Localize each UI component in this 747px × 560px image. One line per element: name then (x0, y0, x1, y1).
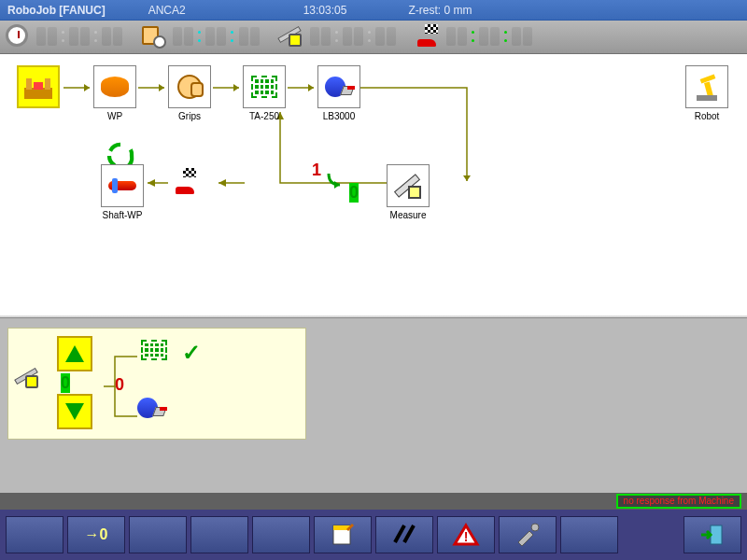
ruler-mini-icon (16, 366, 38, 388)
machine-alert-text: no response from Machine (624, 496, 734, 507)
svg-marker-2 (233, 84, 239, 91)
z-rest-value: Z-rest: 0 mm (408, 4, 472, 17)
ruler-icon (279, 24, 305, 50)
toolbar-zero-button[interactable]: →0 (67, 516, 125, 553)
node-robot-label: Robot (679, 111, 735, 121)
app-name: RoboJob [FANUC] (7, 4, 106, 17)
svg-text:!: ! (464, 529, 469, 544)
stopwatch-icon (6, 24, 32, 50)
lathe-icon (325, 75, 353, 99)
svg-marker-0 (84, 84, 90, 91)
node-wp[interactable]: WP (93, 65, 136, 108)
node-shaft-label: Shaft-WP (94, 210, 150, 220)
svg-line-16 (404, 525, 414, 542)
node-measure[interactable]: Measure (387, 164, 430, 207)
toolbar-empty-3[interactable] (190, 516, 248, 553)
elapsed-display (35, 27, 123, 48)
node-start[interactable] (17, 65, 60, 108)
stripes-icon (389, 522, 419, 548)
svg-marker-12 (334, 181, 340, 189)
machine-alert[interactable]: no response from Machine (616, 494, 741, 509)
toolbar-tools-button[interactable] (499, 516, 557, 553)
shaft-icon (108, 181, 136, 190)
svg-rect-9 (26, 78, 32, 90)
start-scene-icon (22, 73, 54, 101)
status-jobtimer (142, 24, 260, 50)
node-shaft-wp[interactable]: Shaft-WP (101, 164, 144, 207)
toolbar-exit-button[interactable] (684, 516, 741, 553)
toolbar-notes-button[interactable] (314, 516, 372, 553)
node-lb3000-label: LB3000 (311, 111, 367, 121)
status-race (416, 24, 533, 50)
zero-label: →0 (85, 526, 108, 543)
arrow-up-icon (65, 345, 84, 362)
toolbar-stripes-button[interactable] (375, 516, 433, 553)
toolbar-empty-4[interactable] (252, 516, 310, 553)
check-ok-icon: ✓ (182, 340, 201, 366)
move-down-button[interactable] (57, 394, 92, 429)
svg-marker-3 (308, 84, 314, 91)
status-measure (279, 24, 397, 50)
arrow-down-icon (65, 403, 84, 420)
station-name: ANCA2 (148, 4, 186, 17)
node-ta250[interactable]: TA-250 (243, 65, 286, 108)
bottom-toolbar: →0 ! (0, 510, 747, 560)
toolbar-empty-2[interactable] (129, 516, 187, 553)
branch-arrow-icon (327, 172, 344, 190)
clipboard-timer-icon (142, 24, 168, 50)
pallet-matrix-icon (251, 76, 277, 98)
status-elapsed (6, 24, 123, 50)
node-wp-label: WP (87, 111, 143, 121)
toolbar-warning-button[interactable]: ! (437, 516, 495, 553)
branch-true-count: 1 (312, 161, 321, 180)
notepad-icon (328, 522, 358, 548)
jobtimer-display (172, 27, 260, 48)
node-grips[interactable]: Grips (168, 65, 211, 108)
node-grips-label: Grips (162, 111, 218, 121)
svg-point-19 (531, 524, 539, 531)
clock-time: 13:03:05 (303, 4, 347, 17)
svg-rect-10 (45, 78, 50, 90)
node-lb3000[interactable]: LB3000 (317, 65, 360, 108)
exit-door-icon (698, 522, 727, 548)
measure-icon (395, 173, 421, 199)
svg-marker-4 (463, 175, 471, 181)
svg-marker-7 (148, 179, 155, 187)
measure-display (309, 27, 397, 48)
branch-false-count: 0 (349, 183, 359, 203)
race-flag-icon (416, 24, 442, 50)
detail-mid-count: 0 (115, 375, 124, 395)
detail-lathe-icon (137, 396, 165, 420)
detail-panel: 0 0 ✓ (0, 317, 747, 493)
node-measure-label: Measure (380, 210, 436, 220)
svg-rect-11 (34, 82, 43, 90)
detail-box: 0 0 ✓ (7, 328, 306, 440)
title-bar: RoboJob [FANUC] ANCA2 13:03:05 Z-rest: 0… (0, 0, 747, 21)
node-robot[interactable]: Robot (685, 65, 728, 108)
alert-strip: no response from Machine (0, 493, 747, 510)
flow-canvas[interactable]: WP Grips TA-250 LB3000 Robot Shaft-WP 1 … (0, 54, 747, 315)
warning-triangle-icon: ! (451, 522, 481, 548)
svg-marker-1 (159, 84, 164, 91)
grip-icon (177, 75, 202, 99)
robot-arm-icon (693, 73, 721, 101)
toolbar-empty-1[interactable] (6, 516, 63, 553)
race-display (445, 27, 533, 48)
race-end-icon (174, 168, 207, 196)
node-ta250-label: TA-250 (236, 111, 292, 121)
detail-left-count: 0 (61, 373, 70, 393)
move-up-button[interactable] (57, 336, 92, 371)
tools-icon (513, 522, 543, 548)
svg-line-15 (395, 525, 404, 542)
workpiece-icon (101, 77, 129, 97)
toolbar-empty-5[interactable] (560, 516, 618, 553)
svg-marker-6 (218, 179, 226, 187)
detail-pallet-icon (141, 340, 173, 366)
status-bar (0, 21, 747, 54)
